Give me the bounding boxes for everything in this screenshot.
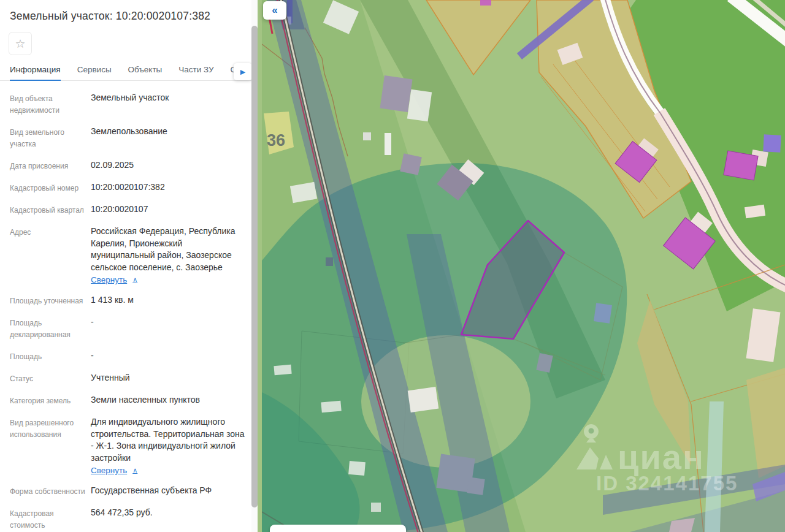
tab-bar: ИнформацияСервисыОбъектыЧасти ЗУСостЗ ▶ [0, 61, 251, 81]
panel-collapse-button[interactable]: « [263, 1, 286, 20]
collapse-link[interactable]: Свернуть ∧ [91, 466, 137, 475]
field-row: Форма собственности Государственная субъ… [10, 485, 248, 498]
field-value: - [91, 350, 248, 362]
field-value: 564 472,35 руб. [91, 507, 248, 519]
field-label: Категория земель [10, 394, 88, 407]
field-row: Дата присвоения 02.09.2025 [10, 159, 248, 172]
field-label: Площадь декларированная [10, 316, 88, 341]
field-label: Площадь уточненная [10, 294, 88, 307]
star-icon: ☆ [15, 37, 25, 51]
tab-1[interactable]: Информация [10, 65, 61, 81]
field-label: Кадастровый номер [10, 181, 88, 194]
building [348, 461, 366, 476]
scrollbar-thumb[interactable] [251, 26, 258, 507]
collapse-link[interactable]: Свернуть ∧ [91, 275, 137, 284]
field-label: Форма собственности [10, 485, 88, 498]
tab-scroll-right-button[interactable]: ▶ [234, 63, 251, 80]
favorite-button[interactable]: ☆ [9, 32, 32, 55]
building [371, 503, 381, 512]
field-label: Вид объекта недвижимости [10, 92, 88, 116]
field-label: Вид земельного участка [10, 126, 88, 150]
building [467, 477, 484, 495]
field-value: 02.09.2025 [91, 159, 248, 172]
chevron-right-icon: ▶ [240, 68, 245, 76]
quarter-label: 36 [267, 131, 285, 150]
field-row: Кадастровая стоимость 564 472,35 руб. [10, 507, 248, 531]
tab-4[interactable]: Части ЗУ [178, 65, 213, 80]
field-value: Государственная субъекта РФ [91, 485, 248, 497]
field-row: Вид объекта недвижимости Земельный участ… [10, 92, 248, 116]
field-row: Статус Учтенный [10, 372, 248, 385]
building [326, 257, 333, 266]
field-row: Площадь уточненная 1 413 кв. м [10, 294, 248, 307]
building-magenta [724, 151, 758, 180]
chevron-up-icon: ∧ [132, 276, 137, 284]
field-value: 1 413 кв. м [91, 294, 248, 306]
tab-3[interactable]: Объекты [128, 65, 163, 80]
field-row: Площадь декларированная - [10, 316, 248, 341]
field-value: 10:20:0020107:382 [91, 181, 248, 194]
building [407, 89, 432, 121]
building [400, 153, 422, 175]
building [274, 365, 291, 375]
field-value: 10:20:0020107 [91, 203, 248, 216]
building-violet [763, 134, 781, 152]
field-label: Кадастровый квартал [10, 203, 88, 216]
field-label: Вид разрешенного использования [10, 416, 88, 476]
field-row: Кадастровый номер 10:20:0020107:382 [10, 181, 248, 194]
field-value: - [91, 316, 248, 329]
field-value: Земли населенных пунктов [91, 394, 248, 406]
watermark-brand: циан [618, 438, 705, 476]
field-row: Площадь - [10, 350, 248, 363]
field-row: Кадастровый квартал 10:20:0020107 [10, 203, 248, 216]
building-magenta [480, 0, 491, 6]
watermark-id: ID 324141755 [596, 472, 738, 495]
tab-2[interactable]: Сервисы [77, 65, 112, 80]
field-value: Учтенный [91, 372, 248, 384]
map-bottom-toolbar[interactable] [270, 525, 406, 532]
building [408, 387, 439, 412]
collapse-link-text: Свернуть [91, 275, 127, 284]
chevron-up-icon: ∧ [132, 466, 137, 474]
field-list: Вид объекта недвижимости Земельный участ… [10, 92, 248, 532]
building [363, 132, 371, 140]
parcel-info-panel: Земельный участок: 10:20:0020107:382 ☆ И… [0, 0, 251, 532]
chevrons-left-icon: « [272, 4, 277, 17]
field-label: Адрес [10, 226, 88, 285]
page-title: Земельный участок: 10:20:0020107:382 [10, 10, 243, 23]
map-canvas[interactable]: 36 [262, 0, 785, 532]
field-row: Адрес Российская Федерация, Республика К… [10, 226, 248, 285]
field-label: Кадастровая стоимость [10, 507, 88, 531]
map-pin-hole [589, 428, 594, 434]
cadastral-map-app: Земельный участок: 10:20:0020107:382 ☆ И… [0, 0, 785, 532]
field-row: Категория земель Земли населенных пункто… [10, 394, 248, 407]
field-value: Земельный участок [91, 92, 248, 104]
field-label: Статус [10, 372, 88, 385]
field-row: Вид разрешенного использования Для индив… [10, 416, 248, 476]
field-value: Российская Федерация, Республика Карелия… [91, 226, 248, 273]
field-row: Вид земельного участка Землепользование [10, 126, 248, 150]
panel-scrollbar[interactable] [251, 0, 258, 532]
path-white [385, 133, 391, 155]
collapse-link-text: Свернуть [91, 466, 127, 475]
field-value: Землепользование [91, 126, 248, 138]
building [594, 303, 612, 323]
building [380, 75, 412, 112]
map-viewport[interactable]: 36 [258, 0, 785, 532]
field-label: Площадь [10, 350, 88, 363]
field-label: Дата присвоения [10, 159, 88, 172]
field-value: Для индивидуального жилищного строительс… [91, 416, 248, 464]
building [321, 401, 341, 413]
